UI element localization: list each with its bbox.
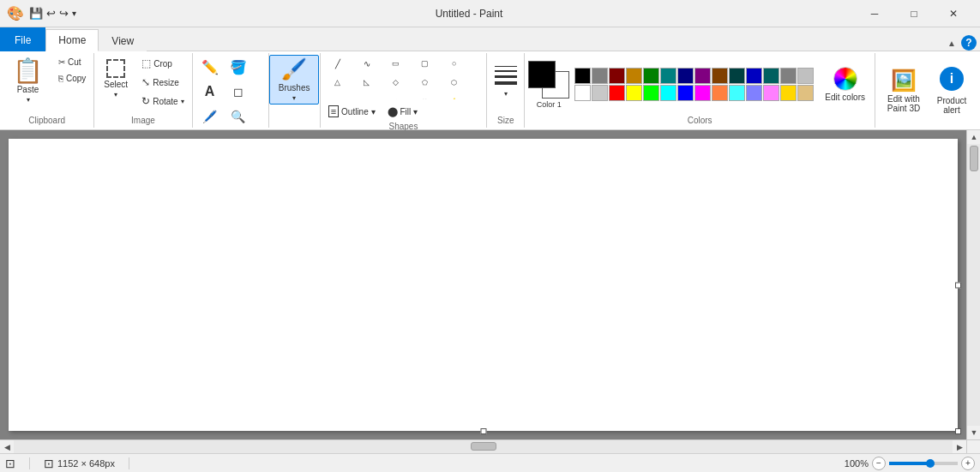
pencil-button[interactable]: ✏️ xyxy=(196,55,224,79)
swatch-g2[interactable] xyxy=(780,68,797,84)
swatch-yellow[interactable] xyxy=(626,85,642,101)
shape-t1[interactable]: △ xyxy=(382,93,410,99)
shape-t3[interactable]: ⭐ xyxy=(441,93,468,99)
brushes-dropdown-icon[interactable]: ▾ xyxy=(292,94,296,102)
swatch-navy[interactable] xyxy=(677,68,694,84)
edit-with-paint3d-button[interactable]: 🖼️ Edit withPaint 3D xyxy=(881,57,927,124)
redo-icon[interactable]: ↪ xyxy=(59,7,69,20)
canvas[interactable] xyxy=(9,139,958,431)
swatch-gray[interactable] xyxy=(592,68,608,84)
h-scroll-track[interactable] xyxy=(14,440,953,453)
rotate-button[interactable]: ↻ Rotate ▾ xyxy=(137,93,188,110)
ribbon-collapse-icon[interactable]: ▲ xyxy=(944,37,959,50)
fill-shape-button[interactable]: ⬤ Fill ▾ xyxy=(383,103,423,120)
swatch-white[interactable] xyxy=(574,85,591,101)
shape-line[interactable]: ╱ xyxy=(324,55,352,72)
text-button[interactable]: A xyxy=(196,80,224,104)
swatch-darkred[interactable] xyxy=(609,68,625,84)
maximize-button[interactable]: □ xyxy=(894,0,934,27)
undo-icon[interactable]: ↩ xyxy=(46,7,56,20)
horizontal-scrollbar[interactable]: ◀ ▶ xyxy=(0,439,966,453)
shape-ellipse[interactable]: ○ xyxy=(441,55,468,72)
zoom-button[interactable]: 🔍 xyxy=(225,105,252,128)
rotate-dropdown-icon[interactable]: ▾ xyxy=(181,98,184,105)
zoom-slider-track[interactable] xyxy=(889,462,958,465)
scroll-up-button[interactable]: ▲ xyxy=(967,130,980,144)
shape-triangle[interactable]: △ xyxy=(324,74,352,91)
picker-button[interactable]: 🖊️ xyxy=(196,105,224,128)
swatch-magenta[interactable] xyxy=(694,85,711,101)
swatch-green[interactable] xyxy=(643,68,659,84)
swatch-black[interactable] xyxy=(574,68,591,84)
zoom-out-button[interactable]: − xyxy=(872,457,886,470)
swatch-orange[interactable] xyxy=(712,85,728,101)
swatch-tan[interactable] xyxy=(797,85,814,101)
product-alert-button[interactable]: i Product alert xyxy=(929,57,975,124)
swatch-blue[interactable] xyxy=(746,68,762,84)
swatch-darkteal[interactable] xyxy=(729,68,745,84)
select-button[interactable]: Select ▾ xyxy=(98,55,134,103)
shape-arrow-r[interactable]: → xyxy=(324,93,352,99)
copy-button[interactable]: ⎘ Copy xyxy=(54,71,90,86)
zoom-thumb[interactable] xyxy=(926,459,935,468)
select-dropdown-icon[interactable]: ▾ xyxy=(114,91,117,99)
scroll-left-button[interactable]: ◀ xyxy=(0,440,14,453)
scroll-right-button[interactable]: ▶ xyxy=(953,440,966,453)
swatch-brown[interactable] xyxy=(712,68,728,84)
shape-curve[interactable]: ∿ xyxy=(353,55,381,72)
tab-view[interactable]: View xyxy=(99,29,147,51)
help-icon[interactable]: ? xyxy=(961,35,977,51)
swatch-ltcyan[interactable] xyxy=(729,85,745,101)
resize-handle-bottom[interactable] xyxy=(480,428,486,434)
cut-button[interactable]: ✂ Cut xyxy=(54,55,90,69)
shape-t2[interactable]: ❤ xyxy=(412,93,439,99)
resize-handle-right[interactable] xyxy=(955,282,961,288)
size-dropdown-icon[interactable]: ▾ xyxy=(504,90,508,98)
close-button[interactable]: ✕ xyxy=(934,0,973,27)
outline-button[interactable]: ≡ Outline ▾ xyxy=(324,103,380,120)
swatch-gold[interactable] xyxy=(780,85,797,101)
zoom-slider-container[interactable] xyxy=(889,457,958,470)
swatch-red[interactable] xyxy=(609,85,625,101)
minimize-button[interactable]: ─ xyxy=(855,0,894,27)
crop-button[interactable]: ⬚ Crop xyxy=(137,55,188,72)
shape-rounded-rect[interactable]: ▢ xyxy=(412,55,439,72)
tab-home[interactable]: Home xyxy=(45,29,99,51)
shape-rtriangle[interactable]: ◺ xyxy=(353,74,381,91)
swatch-darkgreen2[interactable] xyxy=(763,68,779,84)
zoom-in-button[interactable]: + xyxy=(961,457,975,470)
swatch-lime[interactable] xyxy=(643,85,659,101)
h-scroll-thumb[interactable] xyxy=(471,442,496,451)
eraser-button[interactable]: ◻ xyxy=(225,80,252,104)
dropdown-icon[interactable]: ▾ xyxy=(72,9,76,18)
paste-button[interactable]: 📋 Paste ▾ xyxy=(3,55,52,108)
vertical-scrollbar[interactable]: ▲ ▼ xyxy=(966,130,980,439)
v-scroll-thumb[interactable] xyxy=(970,146,978,171)
tab-file[interactable]: File xyxy=(0,27,45,51)
color1-swatch[interactable] xyxy=(528,61,556,88)
paste-dropdown-icon[interactable]: ▾ xyxy=(27,96,30,104)
swatch-lgray[interactable] xyxy=(592,85,608,101)
shape-pentagon[interactable]: ⬠ xyxy=(412,74,439,91)
resize-handle-corner[interactable] xyxy=(955,428,961,434)
swatch-purple[interactable] xyxy=(694,68,711,84)
shape-dropdown[interactable]: ▾ xyxy=(353,93,381,99)
swatch-periwinkle[interactable] xyxy=(746,85,762,101)
scroll-down-button[interactable]: ▼ xyxy=(967,426,980,439)
brushes-button[interactable]: 🖌️ Brushes ▾ xyxy=(269,55,320,105)
shape-hex[interactable]: ⬡ xyxy=(441,74,468,91)
edit-colors-button[interactable]: Edit colors xyxy=(819,60,871,110)
size-button[interactable]: ▾ xyxy=(484,55,528,105)
shape-rect[interactable]: ▭ xyxy=(382,55,410,72)
fill-button[interactable]: 🪣 xyxy=(225,55,252,79)
swatch-silver[interactable] xyxy=(797,68,814,84)
swatch-olive[interactable] xyxy=(626,68,642,84)
swatch-cyan[interactable] xyxy=(660,85,676,101)
swatch-teal[interactable] xyxy=(660,68,676,84)
shape-diamond[interactable]: ◇ xyxy=(382,74,410,91)
v-scroll-track[interactable] xyxy=(967,144,980,426)
swatch-brightblue[interactable] xyxy=(677,85,694,101)
save-icon[interactable]: 💾 xyxy=(29,7,43,20)
swatch-pink[interactable] xyxy=(763,85,779,101)
resize-button[interactable]: ⤡ Resize xyxy=(137,74,188,91)
